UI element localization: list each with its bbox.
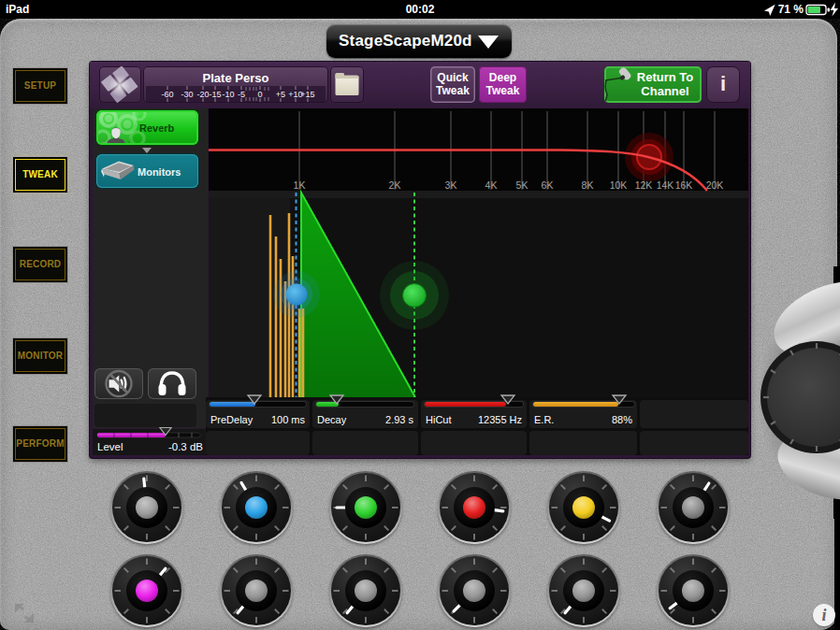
svg-text:-0.3 dB: -0.3 dB bbox=[168, 441, 203, 452]
svg-text:-20: -20 bbox=[196, 90, 209, 99]
svg-text:0: 0 bbox=[257, 90, 262, 99]
svg-text:14K: 14K bbox=[657, 179, 674, 191]
svg-text:-5: -5 bbox=[238, 90, 245, 99]
svg-text:6K: 6K bbox=[542, 179, 554, 191]
svg-text:20K: 20K bbox=[706, 179, 724, 191]
svg-text:-15: -15 bbox=[209, 90, 221, 99]
svg-text:-60: -60 bbox=[161, 90, 173, 99]
svg-text:16K: 16K bbox=[675, 179, 693, 191]
svg-text:8K: 8K bbox=[582, 179, 594, 191]
svg-text:-30: -30 bbox=[181, 90, 193, 99]
svg-text:1K: 1K bbox=[294, 179, 306, 191]
svg-text:2K: 2K bbox=[389, 179, 401, 191]
svg-text:Level: Level bbox=[97, 441, 123, 452]
svg-text:5K: 5K bbox=[516, 179, 529, 191]
svg-text:3K: 3K bbox=[445, 179, 457, 191]
svg-text:+15: +15 bbox=[300, 90, 314, 99]
svg-text:-10: -10 bbox=[222, 90, 234, 99]
svg-text:4K: 4K bbox=[485, 179, 498, 191]
svg-text:+5: +5 bbox=[276, 90, 285, 99]
svg-text:10K: 10K bbox=[610, 179, 628, 191]
